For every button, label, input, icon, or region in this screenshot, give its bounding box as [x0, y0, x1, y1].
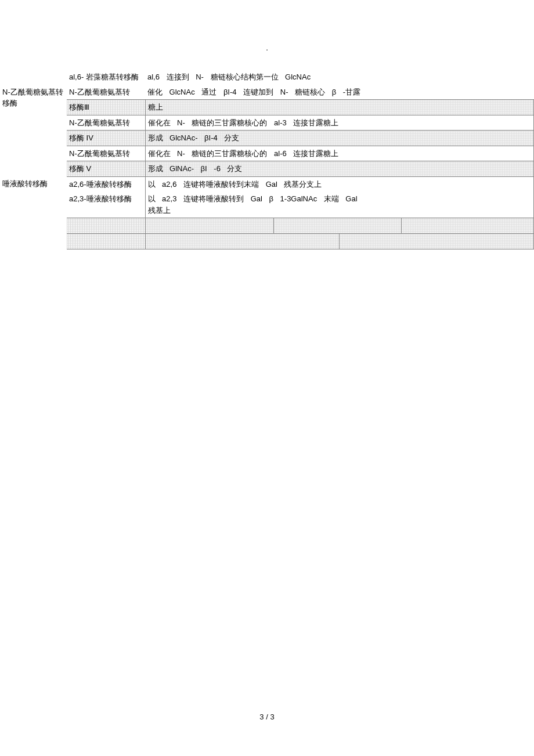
category-cell: 唾液酸转移酶: [0, 176, 67, 191]
description-cell-cont: 糖上: [145, 100, 534, 115]
category-cell: [0, 146, 67, 176]
table-row: 移酶 V 形成 GlNAc- βI -6 分支: [0, 161, 534, 177]
description-cell: 催化在 N- 糖链的三甘露糖核心的 al-3 连接甘露糖上: [145, 115, 534, 131]
table-row: N-乙酰葡糖氨基转 催化在 N- 糖链的三甘露糖核心的 al-6 连接甘露糖上: [0, 146, 534, 161]
enzyme-cell: a2,6-唾液酸转移酶: [67, 176, 145, 191]
table-container: al,6- 岩藻糖基转移酶 al,6 连接到 N- 糖链核心结构第一位 GlcN…: [0, 52, 534, 249]
empty-cell: [145, 218, 534, 234]
description-cell: 以 a2,3 连键将唾液酸转到 Gal β 1-3GalNAc 末端 Gal残基…: [145, 191, 534, 218]
empty-cell: [0, 234, 67, 249]
header-dot: .: [0, 0, 534, 52]
enzyme-cell: N-乙酰葡糖氨基转: [67, 146, 145, 161]
empty-cell: [145, 234, 534, 249]
description-cell: 催化 GlcNAc 通过 βI-4 连键加到 N- 糖链核心 β -甘露: [145, 85, 534, 100]
table-row-empty: [0, 234, 534, 249]
table-row: N-乙酰葡糖氨基转 催化在 N- 糖链的三甘露糖核心的 al-3 连接甘露糖上: [0, 115, 534, 131]
table-row: N-乙酰葡糖氨基转移酶 N-乙酰葡糖氨基转 催化 GlcNAc 通过 βI-4 …: [0, 85, 534, 100]
table-row: 移酶 IV 形成 GlcNAc- βI-4 分支: [0, 131, 534, 146]
category-cell: [0, 70, 67, 85]
description-cell: al,6 连接到 N- 糖链核心结构第一位 GlcNAc: [145, 70, 534, 85]
enzyme-table: al,6- 岩藻糖基转移酶 al,6 连接到 N- 糖链核心结构第一位 GlcN…: [0, 70, 534, 249]
table-row: a2,3-唾液酸转移酶 以 a2,3 连键将唾液酸转到 Gal β 1-3Gal…: [0, 191, 534, 218]
enzyme-cell: N-乙酰葡糖氨基转: [67, 85, 145, 100]
table-row: 移酶Ⅲ 糖上: [0, 100, 534, 115]
empty-cell: [67, 218, 145, 234]
category-cell: N-乙酰葡糖氨基转移酶: [0, 85, 67, 115]
empty-cell: [0, 218, 67, 234]
category-cell: [0, 115, 67, 146]
empty-cell: [67, 234, 145, 249]
table-row-empty: [0, 218, 534, 234]
description-cell: 催化在 N- 糖链的三甘露糖核心的 al-6 连接甘露糖上: [145, 146, 534, 161]
enzyme-cell: a2,3-唾液酸转移酶: [67, 191, 145, 218]
page-number: 3 / 3: [0, 712, 534, 721]
description-cell-cont: 形成 GlNAc- βI -6 分支: [145, 161, 534, 177]
description-cell-cont: 形成 GlcNAc- βI-4 分支: [145, 131, 534, 146]
enzyme-cell-cont: 移酶 V: [67, 161, 145, 177]
enzyme-cell-cont: 移酶 IV: [67, 131, 145, 146]
enzyme-cell-cont: 移酶Ⅲ: [67, 100, 145, 115]
description-cell: 以 a2,6 连键将唾液酸转到末端 Gal 残基分支上: [145, 176, 534, 191]
enzyme-cell: N-乙酰葡糖氨基转: [67, 115, 145, 131]
category-cell: [0, 191, 67, 218]
table-row: 唾液酸转移酶 a2,6-唾液酸转移酶 以 a2,6 连键将唾液酸转到末端 Gal…: [0, 176, 534, 191]
table-row: al,6- 岩藻糖基转移酶 al,6 连接到 N- 糖链核心结构第一位 GlcN…: [0, 70, 534, 85]
enzyme-cell: al,6- 岩藻糖基转移酶: [67, 70, 145, 85]
